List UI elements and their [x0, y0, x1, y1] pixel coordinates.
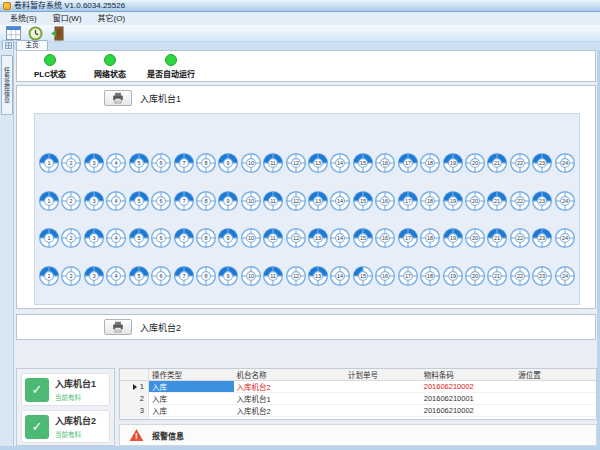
svg-text:16: 16 [382, 273, 388, 279]
schedule-icon [6, 26, 21, 40]
alarm-bar: ! 报警信息 [119, 424, 597, 446]
reel-slot-24: 24 [554, 227, 576, 249]
print-button-machine2[interactable] [104, 319, 132, 335]
machine-card-1: ✓入库机台1当前有料 [21, 373, 110, 406]
reel-slot-13: 13 [307, 190, 329, 212]
status-indicator-2: 是否自动运行 [147, 54, 195, 79]
svg-text:10: 10 [248, 235, 254, 241]
svg-text:11: 11 [270, 160, 276, 166]
slot-row-3: 123456789101112131415161718192021222324 [38, 227, 576, 249]
cell-源位置 [515, 405, 596, 416]
reel-slot-14: 14 [329, 190, 351, 212]
reel-slot-1: 1 [38, 265, 60, 287]
reel-slot-15: 15 [352, 265, 374, 287]
status-lamp [165, 54, 177, 66]
svg-text:16: 16 [382, 160, 388, 166]
clock-button[interactable] [27, 26, 43, 41]
reel-slot-8: 8 [195, 190, 217, 212]
reel-slot-12: 12 [285, 227, 307, 249]
svg-text:9: 9 [227, 160, 230, 166]
task-table: 操作类型机台名称计划单号物料条码源位置1入库入库机台22016062100022… [119, 368, 597, 420]
status-indicator-label: 网络状态 [94, 68, 126, 79]
grid-tab-icon [5, 42, 12, 49]
print-button-machine1[interactable] [104, 90, 132, 106]
status-lamp [104, 54, 116, 66]
exit-button[interactable] [49, 26, 65, 41]
reel-slot-22: 22 [509, 227, 531, 249]
svg-text:22: 22 [517, 198, 523, 204]
table-row-2[interactable]: 2入库入库机台1201606210001 [120, 393, 596, 405]
table-row-4[interactable]: 4 [120, 417, 596, 420]
svg-text:20: 20 [472, 235, 478, 241]
reel-slot-5: 5 [128, 265, 150, 287]
svg-text:12: 12 [293, 235, 299, 241]
reel-slot-24: 24 [554, 152, 576, 174]
reel-slot-8: 8 [195, 265, 217, 287]
svg-text:4: 4 [115, 198, 118, 204]
reel-slot-14: 14 [329, 152, 351, 174]
svg-text:13: 13 [315, 273, 321, 279]
svg-text:15: 15 [360, 160, 366, 166]
svg-text:18: 18 [427, 160, 433, 166]
reel-slot-17: 17 [397, 227, 419, 249]
svg-text:16: 16 [382, 198, 388, 204]
printer-icon [112, 321, 124, 333]
svg-text:6: 6 [160, 235, 163, 241]
svg-text:20: 20 [472, 273, 478, 279]
svg-text:8: 8 [204, 273, 207, 279]
tab-strip [0, 42, 600, 50]
menu-item-system[interactable]: 系统(S) [2, 12, 45, 25]
tab-grid-mini[interactable] [2, 40, 14, 50]
reel-slot-4: 4 [105, 190, 127, 212]
reel-slot-23: 23 [531, 227, 553, 249]
cell-计划单号 [345, 405, 421, 416]
svg-text:22: 22 [517, 235, 523, 241]
side-dock-tab[interactable]: 任务监控信息 [1, 55, 13, 115]
svg-text:23: 23 [539, 160, 545, 166]
machine2-panel: 入库机台2 [16, 314, 596, 340]
schedule-button[interactable] [5, 26, 21, 41]
machine-card-title: 入库机台1 [55, 377, 96, 390]
reel-slot-18: 18 [419, 152, 441, 174]
reel-slot-20: 20 [464, 227, 486, 249]
reel-slot-13: 13 [307, 152, 329, 174]
machine-status-cards: ✓入库机台1当前有料✓入库机台2当前有料 [16, 368, 115, 446]
reel-slot-5: 5 [128, 227, 150, 249]
cell-机台名称: 入库机台2 [234, 381, 346, 392]
svg-text:10: 10 [248, 160, 254, 166]
reel-slot-10: 10 [240, 152, 262, 174]
svg-text:7: 7 [182, 198, 185, 204]
menu-item-other[interactable]: 其它(O) [90, 12, 134, 25]
svg-text:10: 10 [248, 273, 254, 279]
menu-item-window[interactable]: 窗口(W) [45, 12, 90, 25]
reel-slot-9: 9 [217, 190, 239, 212]
reel-slot-9: 9 [217, 265, 239, 287]
alarm-label: 报警信息 [152, 430, 184, 441]
svg-text:14: 14 [337, 160, 343, 166]
reel-slot-2: 2 [60, 265, 82, 287]
reel-slot-12: 12 [285, 152, 307, 174]
svg-text:4: 4 [115, 273, 118, 279]
svg-text:9: 9 [227, 273, 230, 279]
svg-text:22: 22 [517, 273, 523, 279]
reel-slot-6: 6 [150, 227, 172, 249]
tab-home[interactable]: 主页 [16, 40, 48, 50]
title-bar: 卷料暂存系统 V1.0.6034.25526 [0, 0, 600, 12]
reel-slot-11: 11 [262, 265, 284, 287]
reel-slot-11: 11 [262, 152, 284, 174]
reel-slot-1: 1 [38, 190, 60, 212]
reel-slot-15: 15 [352, 152, 374, 174]
clock-icon [28, 26, 43, 41]
reel-slot-7: 7 [173, 190, 195, 212]
row-header: 2 [120, 393, 149, 404]
table-row-1[interactable]: 1入库入库机台2201606210002 [120, 381, 596, 393]
reel-slot-1: 1 [38, 152, 60, 174]
status-indicator-0: PLC状态 [27, 54, 73, 79]
svg-text:15: 15 [360, 273, 366, 279]
svg-text:17: 17 [405, 235, 411, 241]
table-row-3[interactable]: 3入库入库机台2201606210002 [120, 405, 596, 417]
slot-grid: 1234567891011121314151617181920212223241… [34, 113, 580, 305]
svg-text:19: 19 [450, 198, 456, 204]
svg-text:11: 11 [270, 198, 276, 204]
table-header-row: 操作类型机台名称计划单号物料条码源位置 [120, 369, 596, 381]
